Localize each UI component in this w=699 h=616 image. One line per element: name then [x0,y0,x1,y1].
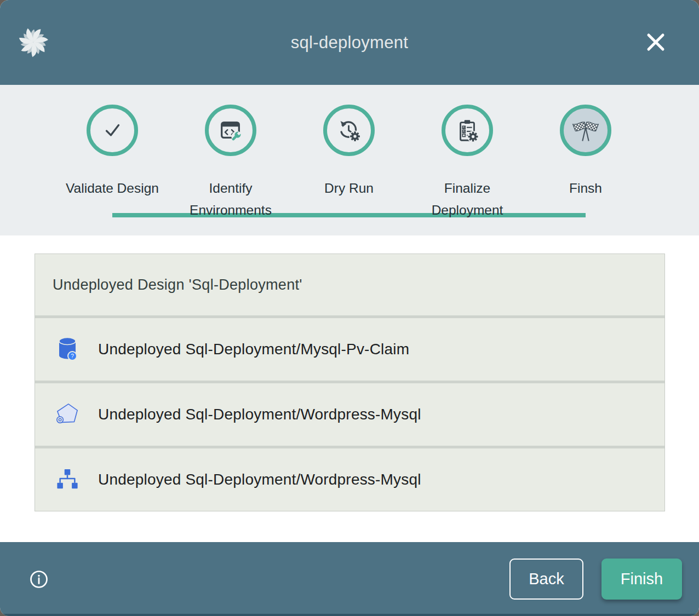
step-label: Finsh [569,177,602,199]
step-label: Validate Design [66,177,159,199]
result-row: ? Undeployed Sql-Deployment/Mysql-Pv-Cla… [35,315,664,381]
finish-button[interactable]: Finish [601,559,682,600]
step-finalize-deployment[interactable]: Finalize Deployment [408,85,526,235]
result-row: Undeployed Sql-Deployment/Wordpress-Mysq… [35,381,664,446]
result-list: Undeployed Design 'Sql-Deployment' ? Und… [35,254,665,511]
check-icon [87,105,138,156]
result-list-header: Undeployed Design 'Sql-Deployment' [35,254,664,315]
step-label: Dry Run [324,177,374,199]
dialog-title: sql-deployment [0,33,699,53]
titlebar: sql-deployment [0,0,699,85]
finish-flags-icon [560,105,611,156]
close-icon[interactable] [644,31,667,54]
results-panel: Undeployed Design 'Sql-Deployment' ? Und… [0,235,699,542]
result-row: Undeployed Sql-Deployment/Wordpress-Mysq… [35,446,664,511]
database-icon: ? [55,337,79,362]
footer-bar: Back Finish [0,542,699,616]
result-row-text: Undeployed Sql-Deployment/Wordpress-Mysq… [98,406,421,423]
hierarchy-icon [55,467,79,492]
meshery-logo-icon [16,25,50,59]
wizard-stepper: Validate Design Identify Environments [0,85,699,235]
step-validate-design[interactable]: Validate Design [53,85,171,235]
finalize-deployment-icon [442,105,493,156]
info-icon[interactable] [29,569,49,589]
step-label: Finalize Deployment [420,177,515,221]
step-dry-run[interactable]: Dry Run [290,85,408,235]
step-finish[interactable]: Finsh [526,85,645,235]
step-label: Identify Environments [183,177,279,221]
dry-run-icon [323,105,375,156]
step-identify-environments[interactable]: Identify Environments [171,85,290,235]
back-button[interactable]: Back [509,559,583,600]
deployment-wizard-dialog: sql-deployment Validate Design [0,0,699,616]
result-row-text: Undeployed Sql-Deployment/Wordpress-Mysq… [98,471,421,488]
code-environment-icon [205,105,256,156]
pentagon-icon [55,402,79,427]
svg-text:?: ? [71,353,74,359]
result-row-text: Undeployed Sql-Deployment/Mysql-Pv-Claim [98,341,409,358]
